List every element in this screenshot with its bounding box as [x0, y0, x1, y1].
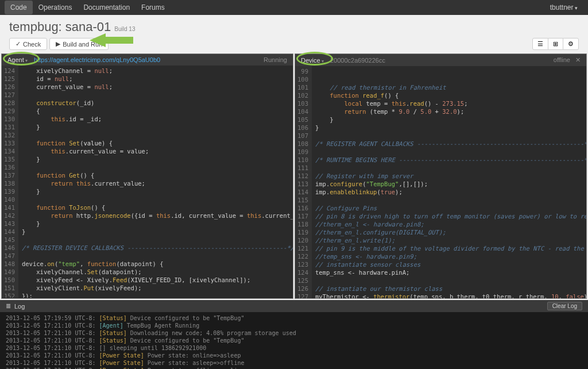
agent-pane-title[interactable]: Agent: [7, 56, 28, 63]
agent-status: Running: [264, 56, 287, 63]
log-header: ≣ Log Clear Log: [0, 300, 588, 312]
user-menu[interactable]: tbuttner: [544, 1, 583, 14]
topbar-item-operations[interactable]: Operations: [33, 1, 78, 14]
topbar-item-forums[interactable]: Forums: [136, 1, 171, 14]
device-status: offline: [554, 56, 570, 63]
log-icon: ≣: [6, 302, 11, 310]
topbar-nav: CodeOperationsDocumentationForums: [5, 1, 171, 14]
close-icon[interactable]: ✕: [575, 56, 581, 63]
clear-log-button[interactable]: Clear Log: [547, 302, 582, 310]
project-title: tempbug: sana-01: [9, 20, 111, 34]
log-section: ≣ Log Clear Log 2013-12-05 17:19:59 UTC-…: [0, 300, 588, 369]
play-icon: ▶: [56, 40, 60, 48]
device-pane-header: Device 20000c2a690226cc offline ✕: [295, 54, 586, 66]
device-id: 20000c2a690226cc: [330, 57, 385, 64]
agent-pane-header: Agent https://agent.electricimp.com/qLny…: [2, 54, 293, 66]
log-title: Log: [14, 303, 25, 310]
build-label: Build 13: [114, 26, 135, 32]
topbar-item-documentation[interactable]: Documentation: [78, 1, 136, 14]
topbar-item-code[interactable]: Code: [5, 1, 33, 14]
header: tempbug: sana-01 Build 13 ✓Check ▶Build …: [0, 15, 588, 53]
toolbar: ✓Check ▶Build and Run ☰ ⊞ ⚙: [9, 38, 579, 50]
editor-panes: Agent https://agent.electricimp.com/qLny…: [0, 53, 588, 299]
agent-code-editor[interactable]: 1241251261271281291301311321331341351361…: [2, 66, 293, 298]
check-icon: ✓: [16, 40, 21, 48]
log-body[interactable]: 2013-12-05 17:19:59 UTC-8: [Status] Devi…: [0, 312, 588, 369]
check-button[interactable]: ✓Check: [9, 38, 47, 50]
device-code-editor[interactable]: 9910010110210310410510610710810911011111…: [295, 66, 586, 298]
topbar: CodeOperationsDocumentationForums tbuttn…: [0, 0, 588, 15]
settings-button[interactable]: ⚙: [563, 38, 579, 50]
view-list-button[interactable]: ☰: [532, 38, 548, 50]
agent-url[interactable]: https://agent.electricimp.com/qLny0Q5aU0…: [34, 56, 160, 63]
view-grid-button[interactable]: ⊞: [548, 38, 563, 50]
device-pane-title[interactable]: Device: [301, 57, 324, 64]
device-pane: Device 20000c2a690226cc offline ✕ 991001…: [295, 53, 587, 299]
agent-pane: Agent https://agent.electricimp.com/qLny…: [1, 53, 293, 299]
build-run-button[interactable]: ▶Build and Run: [49, 38, 109, 50]
